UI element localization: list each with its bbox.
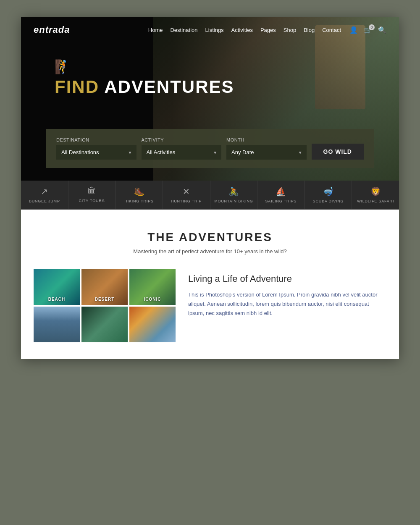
hero-section: entrada Home Destination Listings Activi… (21, 17, 399, 181)
cart-count: 0 (369, 24, 375, 30)
activity-sailing[interactable]: ⛵ SAILING TRIPS (257, 181, 305, 209)
scuba-icon: 🤿 (323, 186, 333, 197)
section-title: THE ADVENTURES (34, 231, 386, 244)
hiker-icon: 🧗 (55, 59, 234, 75)
activity-bungee-jump[interactable]: ↗ BUNGEE JUMP (21, 181, 68, 209)
adventure-text: Living a Life of Adventure This is Photo… (188, 269, 386, 318)
navigation: entrada Home Destination Listings Activi… (21, 17, 399, 43)
activity-hiking[interactable]: 🥾 HIKING TRIPS (116, 181, 163, 209)
hero-title: FIND ADVENTURES (55, 78, 234, 96)
month-select-wrapper: Any Date (226, 145, 307, 160)
nav-home[interactable]: Home (148, 27, 163, 33)
hero-adventures: ADVENTURES (104, 77, 234, 97)
activity-field: Activity All Activities (142, 137, 227, 160)
cart-icon[interactable]: 🛒0 (364, 26, 372, 34)
destination-field: Destination All Destinations (56, 137, 142, 160)
bungee-icon: ↗ (41, 186, 48, 197)
search-fields: Destination All Destinations Activity Al… (56, 137, 364, 160)
month-field: Month Any Date (226, 137, 312, 160)
month-label: Month (226, 137, 307, 142)
hero-find: FIND (55, 77, 99, 97)
nav-icons: 👤 🛒0 🔍 (349, 26, 386, 34)
activity-hunting[interactable]: ✕ HUNTING TRIP (163, 181, 210, 209)
destination-label: Destination (56, 137, 136, 142)
search-icon[interactable]: 🔍 (378, 26, 386, 34)
activity-mountain-biking[interactable]: 🚴 MOUNTAIN BIKING (210, 181, 258, 209)
search-bar: Destination All Destinations Activity Al… (46, 129, 374, 168)
nav-contact[interactable]: Contact (322, 27, 341, 33)
wildlife-label: WILDLIFE SAFARI (357, 199, 394, 203)
nav-listings[interactable]: Listings (205, 27, 224, 33)
cell-desert-label: DESERT (81, 297, 128, 302)
adventures-section: THE ADVENTURES Mastering the art of perf… (21, 210, 399, 359)
sailing-icon: ⛵ (276, 186, 286, 197)
wildlife-icon: 🦁 (370, 186, 381, 197)
cell-beach-label: BEACH (34, 297, 80, 302)
gallery-cell-mountain1[interactable] (34, 307, 80, 342)
city-label: CITY TOURS (79, 199, 105, 203)
bungee-label: BUNGEE JUMP (29, 199, 60, 203)
activity-select[interactable]: All Activities (142, 145, 222, 160)
biking-label: MOUNTAIN BIKING (214, 199, 253, 203)
hunting-label: HUNTING TRIP (171, 199, 202, 203)
browser-window: entrada Home Destination Listings Activi… (21, 17, 399, 359)
nav-pages[interactable]: Pages (260, 27, 276, 33)
hiking-icon: 🥾 (134, 186, 144, 197)
activity-bar: ↗ BUNGEE JUMP 🏛 CITY TOURS 🥾 HIKING TRIP… (21, 181, 399, 210)
month-select[interactable]: Any Date (226, 145, 307, 160)
gallery-cell-mountain2[interactable] (129, 307, 176, 342)
hiking-label: HIKING TRIPS (124, 199, 153, 203)
site-logo[interactable]: entrada (34, 24, 148, 35)
cell-iconic-label: ICONIC (129, 297, 176, 302)
gallery-cell-iconic[interactable]: ICONIC (129, 269, 176, 305)
gallery-cell-cave[interactable] (81, 307, 128, 342)
activity-wildlife[interactable]: 🦁 WILDLIFE SAFARI (352, 181, 399, 209)
nav-activities[interactable]: Activities (231, 27, 253, 33)
adventure-content-title: Living a Life of Adventure (188, 273, 386, 284)
activity-scuba[interactable]: 🤿 SCUBA DIVING (305, 181, 352, 209)
gallery-cell-beach[interactable]: BEACH (34, 269, 80, 305)
hunting-icon: ✕ (183, 186, 190, 197)
go-wild-button[interactable]: GO WILD (312, 144, 364, 160)
gallery-cell-desert[interactable]: DESERT (81, 269, 128, 305)
nav-blog[interactable]: Blog (304, 27, 315, 33)
activity-label: Activity (142, 137, 222, 142)
destination-select-wrapper: All Destinations (56, 145, 136, 160)
nav-links: Home Destination Listings Activities Pag… (148, 26, 341, 34)
activity-city-tours[interactable]: 🏛 CITY TOURS (68, 181, 116, 209)
gallery-grid: BEACH DESERT ICONIC (34, 269, 176, 342)
hero-content: 🧗 FIND ADVENTURES (55, 59, 234, 96)
destination-select[interactable]: All Destinations (56, 145, 136, 160)
city-icon: 🏛 (87, 186, 96, 196)
section-subtitle: Mastering the art of perfect adventure f… (34, 248, 386, 255)
nav-destination[interactable]: Destination (170, 27, 197, 33)
scuba-label: SCUBA DIVING (313, 199, 344, 203)
sailing-label: SAILING TRIPS (265, 199, 297, 203)
biking-icon: 🚴 (228, 186, 239, 197)
activity-select-wrapper: All Activities (142, 145, 222, 160)
nav-shop[interactable]: Shop (284, 27, 296, 33)
user-icon[interactable]: 👤 (349, 26, 358, 34)
content-row: BEACH DESERT ICONIC (34, 269, 386, 342)
adventure-content-body: This is Photoshop's version of Lorem Ips… (188, 290, 386, 318)
